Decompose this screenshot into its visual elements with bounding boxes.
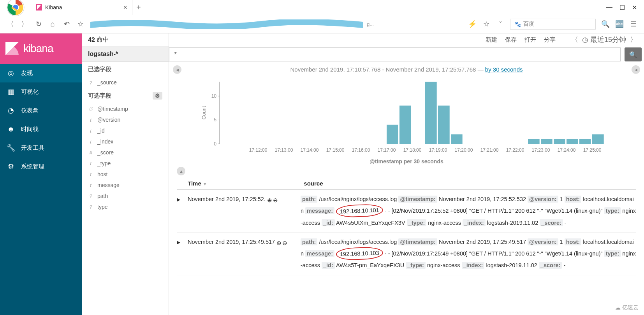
available-fields-title: 可选字段 ⚙ [82,88,169,103]
search-icon[interactable]: 🔍 [601,20,610,28]
topbar-link[interactable]: 分享 [544,36,556,43]
field-settings-button[interactable]: ⚙ [153,92,162,100]
field-item[interactable]: #_score [82,147,169,158]
svg-text:17:15:00: 17:15:00 [326,147,345,153]
chart-toolbar: ◂ November 2nd 2019, 17:10:57.768 - Nove… [169,63,644,76]
expand-row-button[interactable]: ▶ [177,194,188,228]
search-engine-label: 百度 [523,21,534,28]
quick-action-icon[interactable]: ⚡ [468,20,477,28]
expand-row-button[interactable]: ▶ [177,236,188,271]
topbar-link[interactable]: 打开 [524,36,536,43]
svg-rect-16 [451,134,463,144]
field-item[interactable]: ?type [82,201,169,212]
x-axis-label: @timestamp per 30 seconds [177,158,636,164]
zoom-out-icon[interactable]: ⊖ [273,194,278,206]
tab-close-icon[interactable]: × [123,4,127,12]
collapse-right-icon[interactable]: ◂ [632,65,640,74]
field-name: _type [97,160,111,166]
zoom-out-icon[interactable]: ⊖ [282,237,287,248]
svg-text:10: 10 [211,93,217,99]
svg-rect-19 [554,139,565,144]
svg-text:5: 5 [214,117,216,122]
nav-icon: ◎ [7,69,15,77]
star-icon[interactable]: ☆ [482,20,491,28]
search-engine-box[interactable]: 🐾 百度 [510,19,596,30]
nav-label: 仪表盘 [21,107,39,114]
collapse-up-icon[interactable]: ▴ [177,167,185,175]
field-name: path [97,193,108,199]
nav-item-1[interactable]: ▥可视化 [0,82,82,101]
field-item[interactable]: ☉@timestamp [82,103,169,114]
nav-forward-icon[interactable]: 〉 [20,19,29,29]
window-close-button[interactable]: ✕ [632,4,637,11]
field-item[interactable]: ?path [82,191,169,201]
table-row: ▶ November 2nd 2019, 17:25:49.517 ⊕⊖ pat… [177,233,636,275]
new-tab-button[interactable]: + [136,3,141,12]
svg-text:17:13:00: 17:13:00 [275,147,293,153]
svg-text:17:14:00: 17:14:00 [301,147,319,153]
nav-item-3[interactable]: ☻时间线 [0,120,82,138]
topbar-link[interactable]: 新建 [486,36,497,43]
time-range-label[interactable]: ◷ 最近15分钟 [582,35,626,44]
nav-home-icon[interactable]: ⌂ [48,20,57,28]
window-maximize-button[interactable]: ☐ [619,4,625,11]
time-prev-icon[interactable]: 〈 [571,35,578,44]
brand-name: kibana [23,42,53,55]
header-source[interactable]: _source [301,180,636,187]
field-item[interactable]: ?_source [82,77,169,88]
field-type-icon: ? [88,193,93,199]
field-item[interactable]: t_index [82,136,169,147]
window-minimize-button[interactable]: — [606,4,612,11]
svg-text:17:18:00: 17:18:00 [403,147,422,153]
field-item[interactable]: t_type [82,158,169,169]
field-type-icon: t [88,172,93,177]
nav-item-4[interactable]: 🔧开发工具 [0,138,82,157]
source-cell: path: /usr/local/nginx/logs/access.log @… [301,194,636,228]
menu-icon[interactable]: ☰ [629,20,638,28]
nav-undo-icon[interactable]: ↶ [62,20,71,28]
field-item[interactable]: t@version [82,114,169,125]
nav-back-icon[interactable]: 〈 [6,19,15,29]
topbar-link[interactable]: 保存 [505,36,517,43]
translate-icon[interactable]: 🔤 [615,20,624,28]
baidu-icon: 🐾 [514,21,521,27]
field-name: @timestamp [97,106,128,112]
time-next-icon[interactable]: 〉 [630,35,637,44]
hits-bar: 42 命中 [82,33,169,47]
field-type-icon: ? [88,204,93,210]
field-type-icon: t [88,117,93,123]
svg-rect-21 [579,139,591,144]
collapse-left-icon[interactable]: ◂ [173,65,181,74]
zoom-in-icon[interactable]: ⊕ [267,194,272,206]
chart-title: November 2nd 2019, 17:10:57.768 - Novemb… [290,66,485,73]
svg-rect-12 [387,125,398,144]
query-submit-button[interactable]: 🔍 [625,47,642,61]
browser-tab[interactable]: Kibana × [31,0,132,15]
field-item[interactable]: tmessage [82,180,169,191]
interval-link[interactable]: by 30 seconds [485,66,523,73]
nav-label: 开发工具 [21,144,44,152]
field-item[interactable]: thost [82,169,169,180]
brand[interactable]: kibana [0,33,82,64]
histogram-chart[interactable]: 0510Count17:12:0017:13:0017:14:0017:15:0… [169,76,644,164]
zoom-in-icon[interactable]: ⊕ [276,237,282,248]
time-value: November 2nd 2019, 17:25:52. [188,194,266,205]
nav-item-5[interactable]: ⚙系统管理 [0,157,82,176]
header-time[interactable]: Time▼ [188,180,301,187]
svg-text:17:12:00: 17:12:00 [249,147,267,153]
url-input[interactable]: g... [90,18,463,30]
chevron-down-icon[interactable]: ˅ [496,20,505,28]
nav-item-2[interactable]: ◔仪表盘 [0,101,82,120]
nav-icon: 🔧 [7,144,15,152]
nav-bookmark-icon[interactable]: ☆ [76,20,85,28]
sort-icon: ▼ [203,182,207,186]
nav-reload-icon[interactable]: ↻ [34,20,43,28]
query-input[interactable] [169,47,621,61]
field-item[interactable]: t_id [82,125,169,136]
nav-label: 发现 [21,70,33,77]
main-content: 新建保存打开分享 〈 ◷ 最近15分钟 〉 🔍 ◂ November 2nd 2… [169,33,644,315]
nav-icon: ◔ [7,107,15,114]
selected-fields-title: 已选字段 [82,62,169,77]
nav-item-0[interactable]: ◎发现 [0,64,82,82]
index-pattern[interactable]: logstash-* [82,47,169,62]
